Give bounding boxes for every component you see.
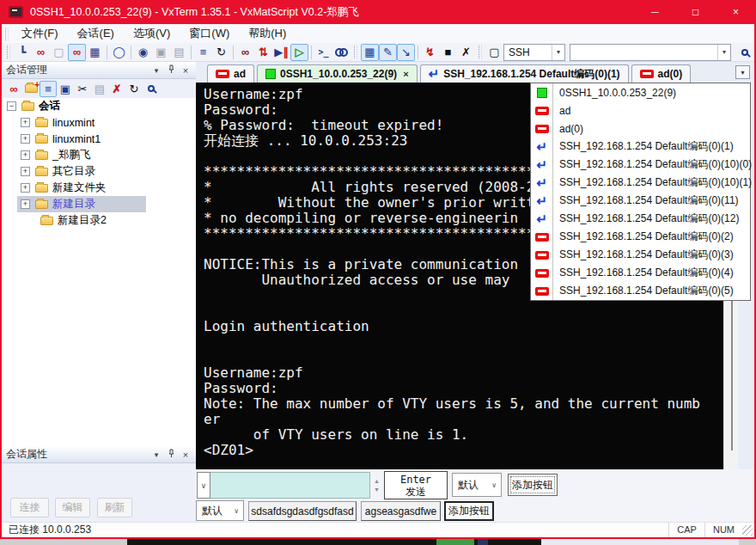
- enter-send-button[interactable]: Enter 发送: [384, 471, 448, 499]
- tree-item-zhengpengfei[interactable]: + _郑鹏飞: [2, 147, 196, 163]
- expand-icon[interactable]: +: [21, 118, 30, 127]
- resize-grip[interactable]: [742, 525, 753, 536]
- popup-item[interactable]: SSH_192.168.1.254 Default编码(0)(5): [531, 282, 750, 300]
- list-view-icon[interactable]: ≡: [40, 81, 57, 97]
- search-icon[interactable]: [735, 44, 753, 61]
- preset-combobox-1[interactable]: 默认 ∨: [452, 473, 502, 497]
- delete-session-icon[interactable]: ✗: [108, 81, 125, 97]
- command-window-icon[interactable]: ▦: [361, 44, 379, 61]
- tab-ssh-192[interactable]: ↵ SSH_192.168.1.254 Default编码(0)(1): [420, 64, 629, 83]
- add-button-2[interactable]: 添加按钮: [444, 501, 494, 521]
- popup-item[interactable]: ↵SSH_192.168.1.254 Default编码(0)(10)(0): [531, 156, 750, 174]
- copy-session-icon[interactable]: ▣: [57, 81, 74, 97]
- expand-icon[interactable]: +: [21, 183, 30, 193]
- popup-item[interactable]: ↵SSH_192.168.1.254 Default编码(0)(1): [531, 138, 750, 156]
- custom-command-button-2[interactable]: agseasgasdfwe: [361, 501, 441, 521]
- popup-item[interactable]: SSH_192.168.1.254 Default编码(0)(2): [531, 228, 750, 246]
- reconnect-icon[interactable]: ◯: [110, 44, 128, 61]
- pin-icon[interactable]: [165, 449, 177, 460]
- quick-connect-icon[interactable]: ∞: [32, 44, 50, 61]
- new-folder-icon[interactable]: +: [22, 81, 40, 97]
- clear-icon[interactable]: ✗: [457, 44, 475, 61]
- minimize-button[interactable]: ─: [635, 0, 675, 24]
- disconnect-icon[interactable]: ∞: [236, 44, 254, 61]
- log-list-icon[interactable]: ≡: [194, 44, 212, 61]
- custom-command-button-1[interactable]: sdsafdsgdasdfgsdfasd: [248, 501, 357, 521]
- tree-item-new-folder[interactable]: + 新建文件夹: [2, 180, 196, 196]
- new-session-icon[interactable]: ▢: [50, 44, 68, 61]
- panel-menu-icon[interactable]: ▾: [150, 66, 162, 75]
- terminal-layout-icon[interactable]: ┗: [14, 44, 32, 61]
- history-dropdown[interactable]: ∨: [197, 472, 210, 499]
- popup-item[interactable]: SSH_192.168.1.254 Default编码(0)(4): [531, 264, 750, 282]
- popup-item[interactable]: 0SSH1_10.0.0.253_22(9): [531, 83, 750, 101]
- tree-item-linuxmint1[interactable]: + linuxmint1: [2, 131, 196, 147]
- tree-root[interactable]: − 会话: [2, 98, 196, 114]
- edit-window-icon[interactable]: ✎: [379, 44, 397, 61]
- send-receive-icon[interactable]: ⇅: [254, 44, 272, 61]
- tab-ad[interactable]: ad: [207, 64, 254, 83]
- refresh-icon[interactable]: ↻: [212, 44, 230, 61]
- black-screen-icon[interactable]: ■: [439, 44, 457, 61]
- popup-item[interactable]: ↵SSH_192.168.1.254 Default编码(0)(11): [531, 192, 750, 210]
- protocol-combobox[interactable]: SSH ▾: [503, 44, 565, 61]
- close-button[interactable]: ×: [716, 0, 756, 24]
- reconnect-all-icon[interactable]: ◉: [134, 44, 152, 61]
- compare-icon[interactable]: ↯: [421, 44, 439, 61]
- chevron-down-icon[interactable]: ▾: [717, 45, 730, 60]
- copy-icon[interactable]: ▣: [152, 44, 170, 61]
- run-script-icon[interactable]: ▷: [290, 44, 308, 61]
- popup-item[interactable]: ↵SSH_192.168.1.254 Default编码(0)(10)(1): [531, 174, 750, 192]
- menu-window[interactable]: 窗口(W): [180, 24, 239, 43]
- connect-icon[interactable]: ∞: [68, 44, 86, 61]
- chevron-down-icon[interactable]: ▾: [552, 45, 564, 60]
- maximize-button[interactable]: □: [675, 0, 716, 24]
- paste-session-icon[interactable]: ▤: [91, 81, 108, 97]
- menu-options[interactable]: 选项(V): [124, 24, 180, 43]
- save-icon[interactable]: ▦: [86, 44, 104, 61]
- tree-item-linuxmint[interactable]: + linuxmint: [2, 114, 196, 131]
- expand-icon[interactable]: +: [21, 199, 30, 209]
- add-button-1[interactable]: 添加按钮: [508, 474, 558, 496]
- command-input[interactable]: [210, 472, 370, 499]
- connect-button[interactable]: 连接: [10, 498, 49, 517]
- tree-item-new-dir-selected[interactable]: + 新建目录: [2, 196, 196, 212]
- tab-ssh1-active[interactable]: 0SSH1_10.0.0.253_22(9) ×: [257, 64, 418, 83]
- cut-icon[interactable]: ✂: [74, 81, 91, 97]
- tab-ad0[interactable]: ad(0): [631, 64, 692, 83]
- tree-item-new-dir2[interactable]: 新建目录2: [2, 212, 196, 229]
- panel-menu-icon[interactable]: ▾: [150, 450, 162, 459]
- command-spinner[interactable]: ▲ ▼: [371, 472, 382, 499]
- popup-item[interactable]: ad(0): [531, 119, 750, 138]
- find-icon[interactable]: [332, 44, 351, 61]
- popup-item[interactable]: SSH_192.168.1.254 Default编码(0)(3): [531, 246, 750, 264]
- menu-session[interactable]: 会话(E): [68, 24, 124, 43]
- popup-item[interactable]: ↵SSH_192.168.1.254 Default编码(0)(12): [531, 210, 750, 228]
- tab-close-icon[interactable]: ×: [403, 69, 408, 79]
- refresh-tree-icon[interactable]: ↻: [125, 81, 143, 97]
- close-panel-icon[interactable]: ×: [180, 450, 192, 460]
- address-combobox[interactable]: ▾: [570, 44, 731, 61]
- tree-item-other-dir[interactable]: + 其它目录: [2, 163, 196, 180]
- connect-session-icon[interactable]: ∞: [5, 81, 22, 97]
- edit-button[interactable]: 编辑: [55, 498, 90, 517]
- chart-window-icon[interactable]: ↘: [397, 44, 415, 61]
- menu-help[interactable]: 帮助(H): [239, 24, 296, 43]
- popup-item[interactable]: ad: [531, 101, 750, 119]
- spin-down-icon[interactable]: ▼: [374, 487, 380, 493]
- pin-icon[interactable]: [165, 64, 177, 76]
- expand-icon[interactable]: +: [21, 134, 30, 144]
- preset-combobox-2[interactable]: 默认 ∨: [196, 500, 244, 521]
- close-panel-icon[interactable]: ×: [180, 65, 192, 76]
- play-pause-icon[interactable]: ▶∥: [272, 44, 290, 61]
- expand-icon[interactable]: +: [21, 150, 30, 160]
- new-window-icon[interactable]: ▢: [485, 44, 503, 61]
- console-icon[interactable]: >_: [314, 44, 332, 61]
- tab-list-dropdown-button[interactable]: ▾: [735, 65, 750, 79]
- refresh-button[interactable]: 刷新: [97, 498, 132, 517]
- paste-icon[interactable]: ▤: [170, 44, 188, 61]
- find-session-icon[interactable]: [143, 81, 160, 97]
- collapse-icon[interactable]: −: [7, 101, 16, 111]
- expand-icon[interactable]: +: [21, 167, 30, 176]
- spin-up-icon[interactable]: ▲: [374, 478, 380, 484]
